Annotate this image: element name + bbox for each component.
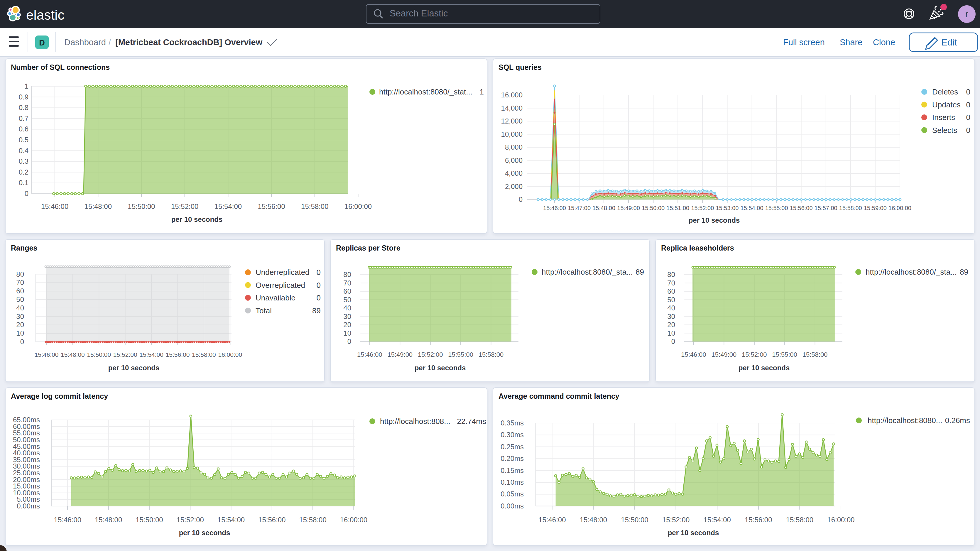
svg-text:2,000: 2,000	[505, 183, 523, 190]
svg-text:70: 70	[667, 279, 675, 287]
svg-text:15:48:00: 15:48:00	[95, 516, 122, 524]
svg-text:15:48:00: 15:48:00	[84, 202, 112, 210]
svg-text:0: 0	[671, 338, 675, 346]
svg-text:per 10 seconds: per 10 seconds	[108, 364, 160, 372]
svg-text:15:55:00: 15:55:00	[448, 351, 473, 358]
svg-text:0: 0	[317, 293, 321, 302]
svg-text:15:46:00: 15:46:00	[538, 516, 566, 524]
svg-text:Updates: Updates	[932, 100, 961, 109]
svg-text:14,000: 14,000	[501, 104, 523, 112]
svg-text:Edit: Edit	[941, 37, 957, 48]
svg-text:0.00ms: 0.00ms	[501, 502, 524, 510]
svg-text:15:46:00: 15:46:00	[35, 351, 59, 358]
svg-text:15:49:00: 15:49:00	[387, 351, 412, 358]
svg-text:15:52:00: 15:52:00	[113, 351, 137, 358]
svg-text:15:57:00: 15:57:00	[815, 205, 837, 211]
svg-text:16,000: 16,000	[501, 91, 523, 99]
svg-text:15:52:00: 15:52:00	[171, 202, 198, 210]
svg-text:16:00:00: 16:00:00	[344, 202, 372, 210]
svg-text:Search Elastic: Search Elastic	[390, 8, 448, 19]
svg-text:Full screen: Full screen	[783, 38, 825, 47]
svg-text:15:54:00: 15:54:00	[215, 202, 242, 210]
svg-text:0: 0	[347, 338, 351, 346]
svg-text:http://localhost:808...: http://localhost:808...	[380, 417, 450, 426]
svg-text:15:56:00: 15:56:00	[258, 202, 285, 210]
svg-text:0.2: 0.2	[19, 168, 29, 176]
svg-text:0.3: 0.3	[19, 157, 29, 165]
svg-text:89: 89	[312, 306, 321, 315]
svg-text:per 10 seconds: per 10 seconds	[738, 364, 790, 372]
svg-text:15:54:00: 15:54:00	[741, 205, 764, 211]
svg-text:70: 70	[343, 279, 351, 287]
svg-text:per 10 seconds: per 10 seconds	[689, 216, 740, 224]
svg-text:16:00:00: 16:00:00	[218, 351, 242, 358]
svg-text:0: 0	[519, 196, 523, 203]
svg-text:per 10 seconds: per 10 seconds	[668, 529, 719, 537]
svg-text:Unavailable: Unavailable	[256, 293, 296, 302]
svg-text:15:56:00: 15:56:00	[258, 516, 285, 524]
svg-text:15:52:00: 15:52:00	[742, 351, 767, 358]
svg-text:15:46:00: 15:46:00	[543, 205, 566, 211]
svg-text:0.25ms: 0.25ms	[501, 443, 524, 451]
svg-text:10,000: 10,000	[501, 130, 523, 138]
svg-text:15:54:00: 15:54:00	[218, 516, 245, 524]
svg-text:15:58:00: 15:58:00	[802, 351, 828, 358]
svg-text:15:52:00: 15:52:00	[418, 351, 443, 358]
svg-text:60: 60	[16, 287, 24, 295]
svg-text:89: 89	[636, 268, 644, 276]
svg-text:Selects: Selects	[932, 126, 957, 135]
svg-text:15:58:00: 15:58:00	[479, 351, 504, 358]
svg-text:16:00:00: 16:00:00	[340, 516, 368, 524]
svg-text:40: 40	[343, 304, 351, 312]
svg-text:15:56:00: 15:56:00	[166, 351, 190, 358]
svg-text:Share: Share	[840, 38, 862, 47]
svg-text:16:00:00: 16:00:00	[888, 205, 912, 211]
svg-text:89: 89	[960, 268, 968, 276]
svg-text:15:50:00: 15:50:00	[642, 205, 665, 211]
svg-text:0.15ms: 0.15ms	[501, 467, 524, 475]
svg-text:0.30ms: 0.30ms	[501, 431, 524, 439]
svg-text:20: 20	[16, 321, 24, 329]
svg-text:15:58:00: 15:58:00	[299, 516, 326, 524]
svg-text:50: 50	[667, 296, 675, 304]
svg-text:0: 0	[966, 113, 970, 122]
svg-text:per 10 seconds: per 10 seconds	[171, 215, 223, 223]
svg-text:15:56:00: 15:56:00	[790, 205, 813, 211]
svg-text:70: 70	[16, 279, 24, 287]
svg-text:http://localhost:8080...: http://localhost:8080...	[868, 416, 942, 425]
svg-text:15:52:00: 15:52:00	[177, 516, 204, 524]
svg-text:0.6: 0.6	[19, 125, 29, 133]
svg-text:15:58:00: 15:58:00	[786, 516, 813, 524]
svg-text:15:46:00: 15:46:00	[681, 351, 706, 358]
svg-text:40: 40	[16, 304, 24, 312]
svg-text:0.26ms: 0.26ms	[945, 416, 970, 425]
svg-text:60: 60	[343, 287, 351, 295]
svg-text:0: 0	[966, 88, 970, 96]
svg-text:Underreplicated: Underreplicated	[256, 268, 310, 277]
svg-text:0.00ms: 0.00ms	[17, 502, 40, 510]
svg-text:15:48:00: 15:48:00	[61, 351, 85, 358]
svg-text:15:55:00: 15:55:00	[772, 351, 797, 358]
svg-text:30: 30	[343, 312, 351, 320]
svg-text:15:46:00: 15:46:00	[41, 202, 68, 210]
svg-text:4,000: 4,000	[505, 169, 523, 177]
svg-text:16:00:00: 16:00:00	[827, 516, 854, 524]
svg-text:Replicas per Store: Replicas per Store	[336, 244, 401, 252]
svg-text:15:56:00: 15:56:00	[745, 516, 772, 524]
svg-text:15:48:00: 15:48:00	[592, 205, 615, 211]
svg-text:1: 1	[25, 82, 29, 90]
svg-text:15:58:00: 15:58:00	[192, 351, 216, 358]
svg-text:15:52:00: 15:52:00	[691, 205, 714, 211]
svg-text:30: 30	[16, 312, 24, 320]
svg-text:per 10 seconds: per 10 seconds	[179, 529, 230, 537]
svg-text:0.20ms: 0.20ms	[501, 454, 524, 462]
svg-text:0.10ms: 0.10ms	[501, 478, 524, 486]
svg-text:r: r	[965, 9, 968, 19]
svg-text:15:49:00: 15:49:00	[617, 205, 640, 211]
svg-text:Number of SQL connections: Number of SQL connections	[11, 63, 110, 71]
svg-text:8,000: 8,000	[505, 143, 523, 151]
svg-text:80: 80	[343, 271, 351, 279]
svg-text:6,000: 6,000	[505, 156, 523, 164]
svg-text:per 10 seconds: per 10 seconds	[415, 364, 466, 372]
svg-text:0.5: 0.5	[19, 136, 29, 144]
